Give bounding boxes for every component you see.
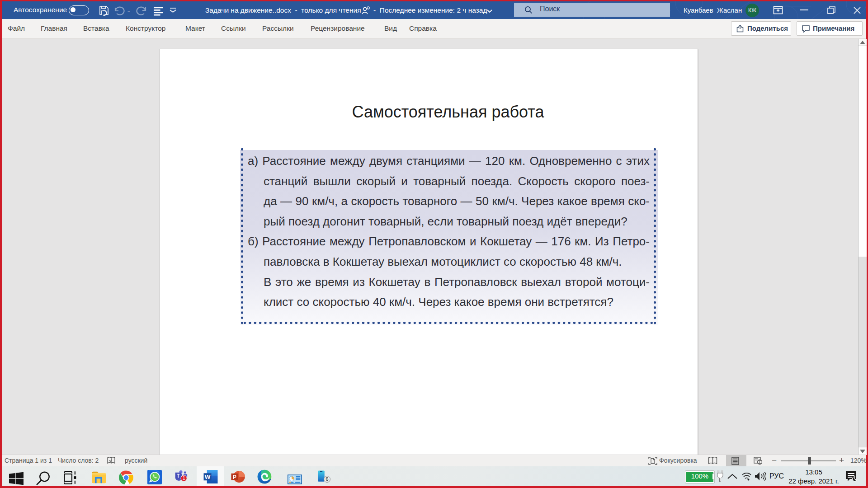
svg-text:6: 6: [326, 476, 328, 482]
svg-text:1: 1: [183, 475, 185, 481]
svg-text:W: W: [205, 474, 211, 480]
svg-text:P: P: [233, 474, 236, 480]
